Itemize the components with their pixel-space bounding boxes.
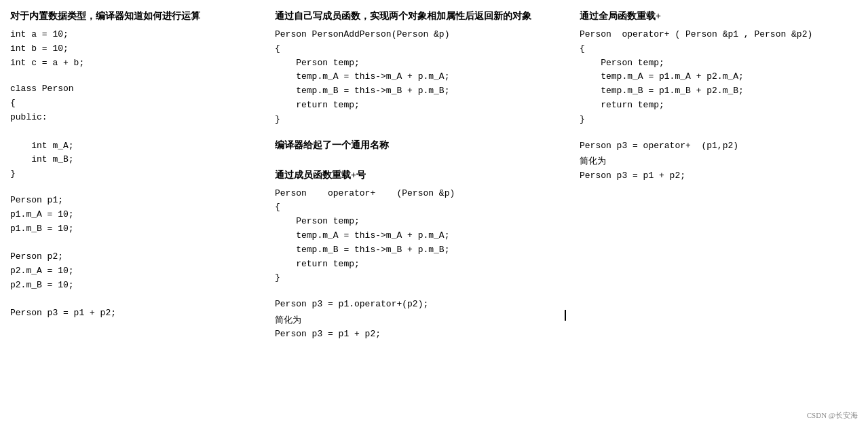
code-simplify-1: Person p3 = p1.operator+(p2); [275,298,553,312]
code-simplify-2: Person p3 = p1 + p2; [275,327,553,342]
code-global-func-2: Person temp; temp.m_A = p1.m_A + p2.m_A;… [580,56,851,113]
section-member-func: 通过自己写成员函数，实现两个对象相加属性后返回新的对象 Person Perso… [275,10,553,127]
text-cursor [565,310,566,321]
code-operator-overload: Person operator+ (Person &p) { Person te… [275,187,553,286]
code-global-simplify-2: Person p3 = p1 + p2; [580,169,851,183]
column-3: 通过全局函数重载+ Person operator+ ( Person &p1 … [569,7,861,419]
watermark: CSDN @长安海 [807,410,858,421]
section-class-person: class Person { public: int m_A; int m_B;… [10,82,254,181]
label-global-simplify: 简化为 [580,153,851,168]
code-global-func-1: Person operator+ ( Person &p1 , Person &… [580,28,851,56]
section-global-func: 通过全局函数重载+ Person operator+ ( Person &p1 … [580,10,851,127]
section-operator-overload: 通过成员函数重载+号 Person operator+ (Person &p) … [275,169,553,286]
code-global-func-3: } [580,113,851,127]
section-generic-name: 编译器给起了一个通用名称 [275,139,553,157]
code-class-person: class Person { public: int m_A; int m_B;… [10,82,254,181]
section-simplify: Person p3 = p1.operator+(p2); 简化为 Person… [275,298,553,342]
section-person-instances: Person p1; p1.m_A = 10; p1.m_B = 10; Per… [10,194,254,321]
column-2: 通过自己写成员函数，实现两个对象相加属性后返回新的对象 Person Perso… [265,7,563,419]
code-member-func: Person PersonAddPerson(Person &p) { Pers… [275,28,553,127]
section-global-simplify: Person p3 = operator+ (p1,p2) 简化为 Person… [580,139,851,183]
code-global-simplify-1: Person p3 = operator+ (p1,p2) [580,139,851,154]
code-person-instances: Person p1; p1.m_A = 10; p1.m_B = 10; Per… [10,194,254,321]
text-cursor-area [563,7,569,419]
section-member-func-title: 通过自己写成员函数，实现两个对象相加属性后返回新的对象 [275,10,553,22]
section-operator-overload-title: 通过成员函数重载+号 [275,169,553,181]
section-builtin-title: 对于内置数据类型，编译器知道如何进行运算 [10,10,254,22]
section-builtin-types: 对于内置数据类型，编译器知道如何进行运算 int a = 10; int b =… [10,10,254,70]
section-global-func-title: 通过全局函数重载+ [580,10,851,22]
label-simplify-1: 简化为 [275,312,553,327]
page-container: 对于内置数据类型，编译器知道如何进行运算 int a = 10; int b =… [0,0,868,426]
code-builtin: int a = 10; int b = 10; int c = a + b; [10,28,254,70]
column-1: 对于内置数据类型，编译器知道如何进行运算 int a = 10; int b =… [0,7,265,419]
section-generic-name-title: 编译器给起了一个通用名称 [275,139,553,152]
